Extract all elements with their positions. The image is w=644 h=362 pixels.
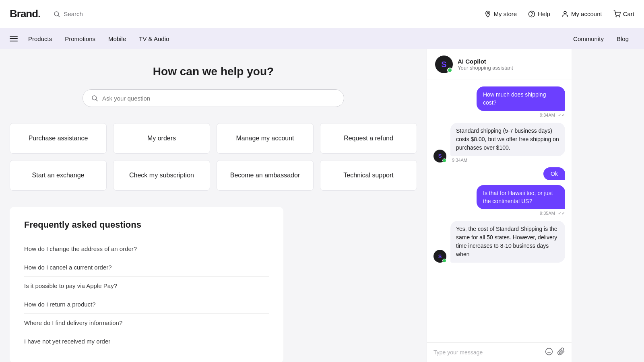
nav-mobile[interactable]: Mobile (103, 35, 132, 42)
chat-message-3-bubble: Ok (543, 167, 565, 180)
chat-header: S AI Copilot Your shopping assistant (427, 49, 572, 80)
svg-line-1 (58, 15, 60, 17)
chat-message-3: Ok (433, 167, 565, 180)
my-store-nav[interactable]: My store (484, 10, 517, 18)
cart-label: Cart (623, 10, 634, 17)
chat-header-info: AI Copilot Your shopping assistant (458, 58, 513, 71)
svg-point-0 (54, 12, 59, 16)
chat-message-1-content: How much does shipping cost? 9:34AM ✓✓ (477, 86, 565, 118)
chat-agent-online-dot (447, 68, 452, 73)
card-request-a-refund[interactable]: Request a refund (320, 123, 417, 154)
card-manage-my-account[interactable]: Manage my account (217, 123, 314, 154)
hamburger-line-2 (10, 38, 18, 39)
header: Brand. Search My store Help My account (0, 0, 644, 28)
faq-item-2[interactable]: How do I cancel a current order? (24, 258, 269, 277)
hamburger-line-1 (10, 36, 18, 37)
chat-bot-online-dot-5 (442, 259, 446, 263)
nav-blog[interactable]: Blog (611, 35, 634, 42)
chat-bot-avatar-2: S (433, 150, 446, 162)
cart-nav[interactable]: Cart (613, 10, 634, 18)
emoji-button[interactable] (545, 348, 553, 357)
card-become-an-ambassador[interactable]: Become an ambassador (217, 160, 314, 191)
faq-item-5[interactable]: Where do I find delivery information? (24, 314, 269, 332)
chat-message-5: S Yes, the cost of Standard Shipping is … (433, 221, 565, 263)
chat-messages: How much does shipping cost? 9:34AM ✓✓ S… (427, 80, 572, 342)
ask-input-wrap[interactable] (83, 89, 344, 107)
check-icon-2: ✓✓ (558, 211, 565, 216)
faq-title: Frequently asked questions (24, 220, 269, 230)
emoji-icon (545, 348, 553, 356)
search-label: Search (64, 10, 83, 17)
chat-panel: S AI Copilot Your shopping assistant How… (427, 49, 572, 362)
nav-promotions[interactable]: Promotions (59, 35, 101, 42)
cart-icon (613, 10, 621, 18)
svg-point-10 (546, 348, 553, 355)
svg-point-8 (92, 96, 97, 100)
chat-agent-letter: S (441, 60, 446, 69)
chat-agent-sub: Your shopping assistant (458, 65, 513, 71)
chat-bot-online-dot-2 (442, 158, 446, 162)
svg-point-4 (532, 15, 532, 16)
ask-search-icon (91, 95, 98, 102)
header-nav: My store Help My account Cart (484, 10, 634, 18)
brand-logo: Brand. (10, 8, 40, 20)
location-icon (484, 10, 491, 18)
hamburger-menu[interactable] (10, 36, 18, 41)
svg-point-7 (619, 16, 620, 17)
chat-agent-avatar: S (435, 56, 453, 73)
check-icon: ✓✓ (558, 113, 565, 117)
search-icon (53, 10, 60, 18)
chat-input[interactable] (433, 349, 541, 356)
chat-message-5-bubble: Yes, the cost of Standard Shipping is th… (450, 221, 565, 263)
chat-message-4-content: Is that for Hawaii too, or just the cont… (477, 185, 565, 216)
help-title: How can we help you? (10, 65, 417, 78)
hamburger-line-3 (10, 41, 18, 41)
nav-community[interactable]: Community (568, 35, 609, 42)
chat-message-4: Is that for Hawaii too, or just the cont… (433, 185, 565, 216)
faq-item-6[interactable]: I have not yet received my order (24, 332, 269, 350)
attachment-button[interactable] (557, 348, 565, 357)
help-nav[interactable]: Help (528, 10, 550, 18)
chat-message-2-bubble: Standard shipping (5-7 business days) co… (450, 123, 565, 156)
help-label: Help (538, 10, 550, 17)
svg-point-5 (564, 11, 566, 14)
my-store-label: My store (494, 10, 517, 17)
action-cards-grid: Purchase assistance My orders Manage my … (10, 123, 417, 191)
card-technical-support[interactable]: Technical support (320, 160, 417, 191)
chat-message-5-content: Yes, the cost of Standard Shipping is th… (450, 221, 565, 263)
chat-message-2-time: 9:34AM (450, 158, 565, 162)
card-purchase-assistance[interactable]: Purchase assistance (10, 123, 107, 154)
chat-message-4-bubble: Is that for Hawaii too, or just the cont… (477, 185, 565, 210)
account-icon (561, 10, 569, 18)
my-account-label: My account (571, 10, 602, 17)
nav-tv-audio[interactable]: TV & Audio (133, 35, 175, 42)
faq-item-3[interactable]: Is it possible to pay via Apple Pay? (24, 277, 269, 295)
svg-point-2 (487, 12, 489, 14)
main-content: How can we help you? Purchase assistance… (0, 49, 644, 362)
chat-message-1-bubble: How much does shipping cost? (477, 86, 565, 111)
chat-message-2: S Standard shipping (5-7 business days) … (433, 123, 565, 162)
secondary-nav: Products Promotions Mobile TV & Audio Co… (0, 28, 644, 49)
ask-input[interactable] (102, 95, 336, 102)
svg-line-9 (96, 99, 97, 101)
chat-bot-avatar-5: S (433, 250, 446, 263)
faq-section: Frequently asked questions How do I chan… (10, 207, 283, 362)
chat-message-4-time: 9:35AM ✓✓ (477, 211, 565, 216)
card-my-orders[interactable]: My orders (113, 123, 210, 154)
faq-item-4[interactable]: How do I return a product? (24, 295, 269, 314)
nav-products[interactable]: Products (23, 35, 58, 42)
chat-agent-name: AI Copilot (458, 58, 513, 65)
card-start-an-exchange[interactable]: Start an exchange (10, 160, 107, 191)
card-check-my-subscription[interactable]: Check my subscription (113, 160, 210, 191)
svg-point-6 (616, 16, 617, 17)
search-button[interactable]: Search (53, 10, 83, 18)
attachment-icon (557, 348, 565, 356)
content-area: How can we help you? Purchase assistance… (0, 49, 427, 362)
chat-input-area (427, 342, 572, 362)
chat-message-2-content: Standard shipping (5-7 business days) co… (450, 123, 565, 162)
chat-message-1: How much does shipping cost? 9:34AM ✓✓ (433, 86, 565, 118)
my-account-nav[interactable]: My account (561, 10, 602, 18)
faq-item-1[interactable]: How do I change the address of an order? (24, 240, 269, 258)
help-icon (528, 10, 535, 18)
chat-message-1-time: 9:34AM ✓✓ (477, 113, 565, 118)
